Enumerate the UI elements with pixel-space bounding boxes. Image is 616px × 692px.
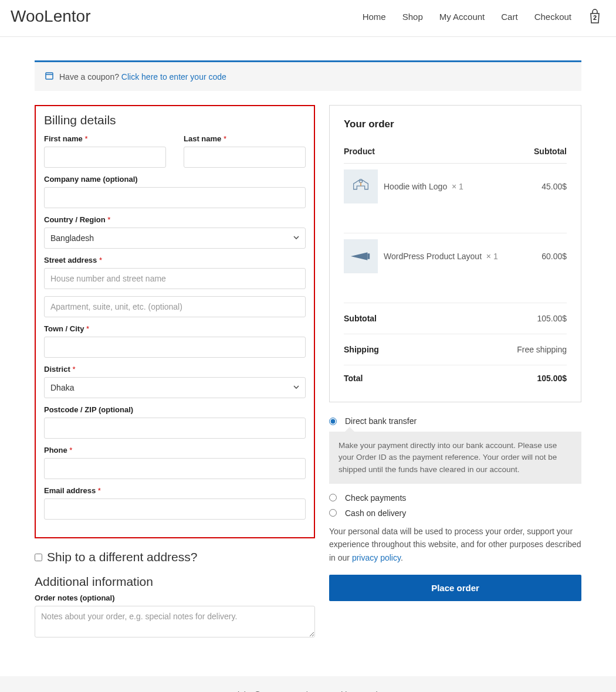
product-thumb [344,169,378,203]
svg-point-2 [359,179,363,183]
total-label: Total [344,365,512,392]
additional-title: Additional information [35,575,315,589]
payment-methods: Direct bank transfer Make your payment d… [329,416,581,518]
payment-option-bank[interactable]: Direct bank transfer [329,416,581,426]
city-label: Town / City * [44,324,306,333]
shipping-label: Shipping [344,334,512,365]
country-label: Country / Region * [44,215,306,224]
total-value: 105.00$ [512,365,567,392]
last-name-input[interactable] [184,147,306,168]
additional-info-section: Additional information Order notes (opti… [35,575,315,640]
coupon-prompt: Have a coupon? [59,72,119,82]
street-address-input-2[interactable] [44,296,306,317]
nav-home[interactable]: Home [363,12,386,22]
street-address-input-1[interactable] [44,268,306,289]
payment-radio-bank[interactable] [329,418,337,425]
first-name-input[interactable] [44,147,166,168]
nav-my-account[interactable]: My Account [439,12,485,22]
site-footer: Copyright @ WooLentor | Powered by HasTh… [0,676,616,692]
order-notes-textarea[interactable] [35,606,315,637]
cart-icon[interactable]: 2 [588,8,602,25]
company-label: Company name (optional) [44,175,306,184]
subtotal-value: 105.00$ [512,303,567,334]
order-item-price: 45.00$ [512,164,567,233]
nav-cart[interactable]: Cart [501,12,517,22]
billing-title: Billing details [44,113,306,127]
main-nav: Home Shop My Account Cart Checkout 2 [363,8,602,25]
company-input[interactable] [44,187,306,208]
order-item-row: Hoodie with Logo × 1 45.00$ [344,164,567,233]
postcode-label: Postcode / ZIP (optional) [44,405,306,414]
order-head-product: Product [344,147,512,164]
subtotal-label: Subtotal [344,303,512,334]
coupon-icon [45,72,53,82]
payment-option-cod[interactable]: Cash on delivery [329,508,581,518]
order-head-subtotal: Subtotal [512,147,567,164]
shipping-value: Free shipping [512,334,567,365]
payment-radio-check[interactable] [329,494,337,501]
payment-description: Make your payment directly into our bank… [329,432,581,484]
order-title: Your order [344,118,567,130]
postcode-input[interactable] [44,418,306,439]
country-select[interactable]: Bangladesh [44,228,306,249]
cart-count: 2 [588,14,602,21]
order-notes-label: Order notes (optional) [35,593,315,602]
coupon-notice: Have a coupon? Click here to enter your … [35,60,581,91]
product-thumb [344,239,378,273]
nav-checkout[interactable]: Checkout [534,12,571,22]
place-order-button[interactable]: Place order [329,575,581,601]
svg-marker-3 [351,252,368,260]
payment-radio-cod[interactable] [329,509,337,517]
ship-different-label: Ship to a different address? [47,550,197,564]
billing-details-section: Billing details First name * Last name *… [35,105,315,538]
order-item-price: 60.00$ [512,233,567,303]
city-input[interactable] [44,337,306,358]
district-label: District * [44,365,306,374]
site-header: WooLentor Home Shop My Account Cart Chec… [0,0,616,37]
svg-rect-0 [46,73,53,79]
order-summary: Your order Product Subtotal Hoodie wi [329,105,581,402]
order-item-row: WordPress Product Layout × 1 60.00$ [344,233,567,303]
district-select[interactable]: Dhaka [44,377,306,398]
ship-different-toggle[interactable]: Ship to a different address? [35,550,315,564]
last-name-label: Last name * [184,134,306,143]
street-label: Street address * [44,256,306,264]
ship-different-checkbox[interactable] [35,554,42,561]
coupon-link[interactable]: Click here to enter your code [121,72,226,82]
privacy-notice: Your personal data will be used to proce… [329,525,581,564]
brand-logo[interactable]: WooLentor [11,7,90,26]
first-name-label: First name * [44,134,166,143]
payment-option-check[interactable]: Check payments [329,493,581,503]
svg-rect-4 [367,253,370,259]
nav-shop[interactable]: Shop [402,12,423,22]
email-input[interactable] [44,498,306,520]
phone-input[interactable] [44,458,306,479]
email-label: Email address * [44,486,306,495]
phone-label: Phone * [44,446,306,454]
privacy-policy-link[interactable]: privacy policy [352,553,401,562]
